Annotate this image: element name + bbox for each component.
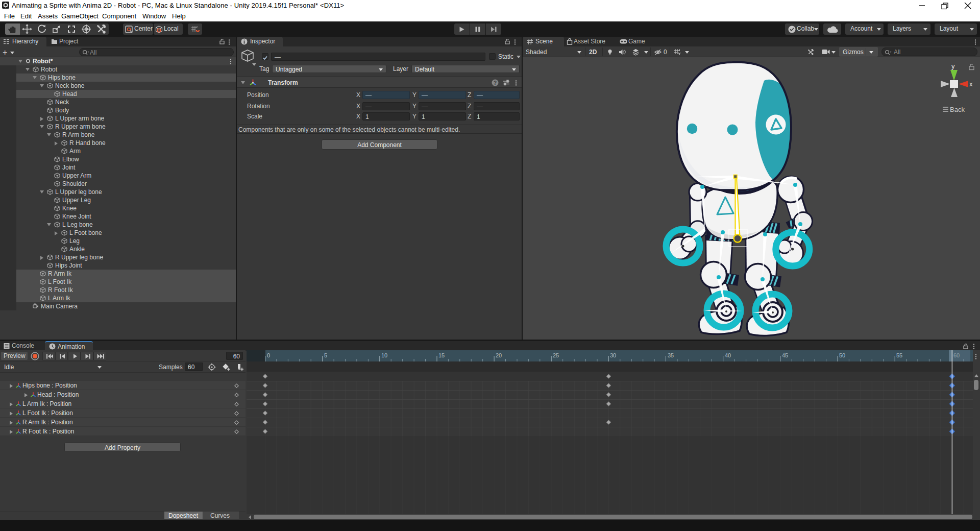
svg-text:?: ? — [494, 80, 497, 86]
svg-text:y: y — [951, 62, 955, 70]
svg-text:Back: Back — [950, 106, 965, 113]
svg-text:x: x — [969, 80, 973, 88]
